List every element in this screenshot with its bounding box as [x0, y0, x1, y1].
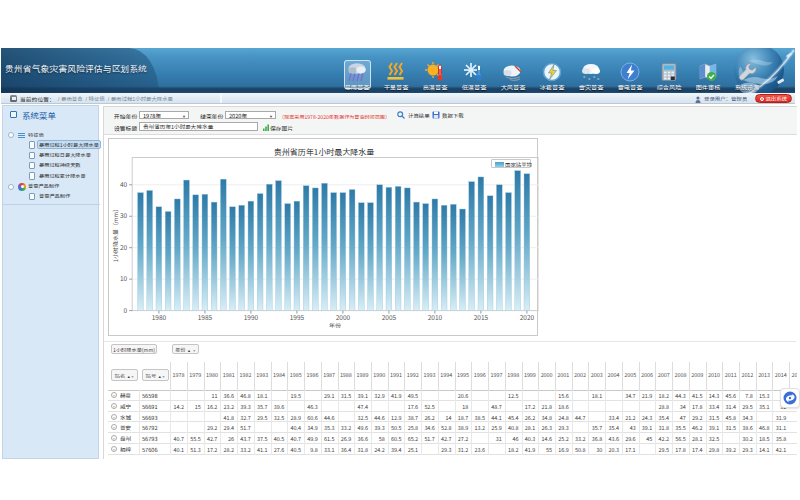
- svg-text:年份: 年份: [329, 321, 341, 330]
- svg-text:1980: 1980: [152, 312, 167, 322]
- svg-text:1小时降水量（mm）: 1小时降水量（mm）: [111, 206, 120, 262]
- svg-text:2020: 2020: [520, 312, 535, 322]
- svg-text:1985: 1985: [198, 312, 213, 322]
- svg-text:10: 10: [120, 273, 128, 283]
- svg-text:20: 20: [120, 242, 128, 252]
- svg-text:*: *: [593, 73, 596, 82]
- svg-text:2000: 2000: [336, 312, 351, 322]
- svg-text:1990: 1990: [244, 312, 259, 322]
- svg-text:2010: 2010: [428, 312, 443, 322]
- svg-text:0: 0: [124, 305, 128, 315]
- svg-text:2005: 2005: [382, 312, 397, 322]
- svg-text:2015: 2015: [474, 312, 489, 322]
- svg-text:40: 40: [120, 179, 128, 189]
- svg-text:*: *: [583, 73, 586, 82]
- svg-text:1995: 1995: [290, 312, 305, 322]
- svg-text:30: 30: [120, 210, 128, 220]
